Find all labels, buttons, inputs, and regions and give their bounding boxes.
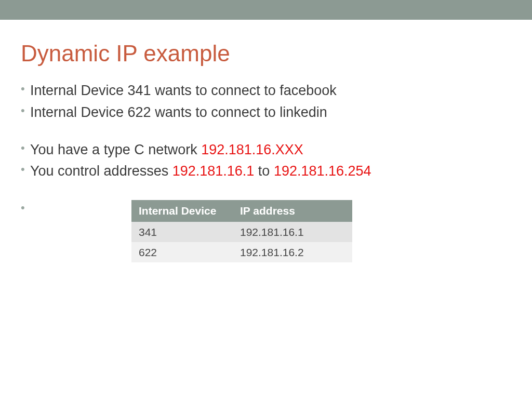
ip-table-wrap: Internal Device IP address 341 192.181.1… — [131, 200, 511, 262]
bullet-item: You have a type C network 192.181.16.XXX — [21, 140, 511, 160]
ip-table: Internal Device IP address 341 192.181.1… — [131, 200, 352, 262]
slide-content: Dynamic IP example Internal Device 341 w… — [0, 20, 532, 262]
bullet-text: Internal Device 622 wants to connect to … — [30, 104, 327, 120]
table-row: 622 192.181.16.2 — [131, 242, 352, 262]
bullet-item: Internal Device 341 wants to connect to … — [21, 81, 511, 101]
table-cell-ip: 192.181.16.2 — [233, 242, 352, 262]
table-header-device: Internal Device — [131, 200, 233, 221]
table-cell-device: 622 — [131, 242, 233, 262]
table-row: 341 192.181.16.1 — [131, 222, 352, 242]
bullet-text-pre: You have a type C network — [30, 142, 201, 157]
bullet-list: Internal Device IP address 341 192.181.1… — [21, 200, 511, 262]
bullet-text: Internal Device 341 wants to connect to … — [30, 83, 337, 98]
bullet-item: You control addresses 192.181.16.1 to 19… — [21, 162, 511, 181]
top-bar — [0, 0, 532, 20]
slide-title: Dynamic IP example — [21, 41, 511, 66]
bullet-list: Internal Device 341 wants to connect to … — [21, 81, 511, 123]
bullet-item: Internal Device 622 wants to connect to … — [21, 103, 511, 123]
table-cell-device: 341 — [131, 222, 233, 242]
bullet-text-ip: 192.181.16.1 — [172, 163, 255, 179]
bullet-text-pre: You control addresses — [30, 163, 172, 179]
bullet-item-empty: Internal Device IP address 341 192.181.1… — [21, 200, 511, 262]
bullet-text-ip: 192.181.16.XXX — [201, 142, 303, 157]
table-header-row: Internal Device IP address — [131, 200, 352, 221]
bullet-list: You have a type C network 192.181.16.XXX… — [21, 140, 511, 182]
table-cell-ip: 192.181.16.1 — [233, 222, 352, 242]
bullet-text-ip: 192.181.16.254 — [274, 163, 371, 179]
table-header-ip: IP address — [233, 200, 352, 221]
bullet-text-mid: to — [254, 163, 274, 179]
